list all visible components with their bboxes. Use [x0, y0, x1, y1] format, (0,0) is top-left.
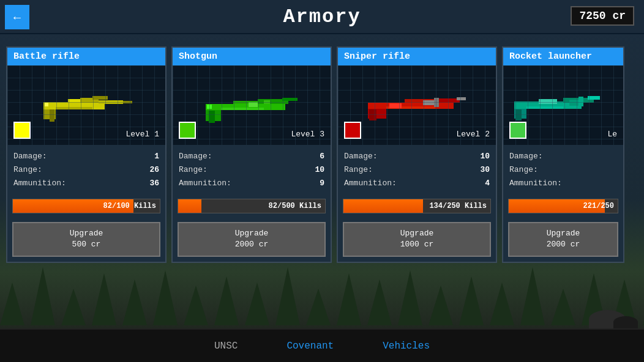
- stat-row-ammo-rk: Ammunition:: [509, 177, 617, 190]
- card-title-sniper-rifle: Sniper rifle: [338, 48, 496, 65]
- svg-rect-29: [434, 98, 439, 107]
- upgrade-button-shotgun[interactable]: Upgrade 2000 cr: [178, 222, 326, 256]
- svg-rect-6: [123, 101, 132, 103]
- svg-rect-33: [514, 109, 526, 119]
- svg-rect-0: [43, 102, 105, 109]
- stat-row-ammo-sg: Ammunition: 9: [179, 177, 324, 190]
- svg-rect-19: [264, 100, 270, 104]
- upgrade-button-sniper[interactable]: Upgrade 1000 cr: [343, 222, 491, 256]
- card-title-shotgun: Shotgun: [173, 48, 331, 65]
- svg-rect-7: [50, 109, 54, 122]
- sniper-rifle-sprite: [362, 81, 472, 130]
- svg-rect-2: [92, 96, 108, 100]
- svg-rect-11: [258, 99, 288, 104]
- currency-display: 7250 cr: [571, 6, 634, 26]
- stats-sniper: Damage: 10 Range: 30 Ammunition: 4: [338, 145, 496, 195]
- upgrade-button-rocket[interactable]: Upgrade 2000 cr: [508, 222, 618, 256]
- weapon-color-swatch-shotgun: [179, 122, 196, 139]
- stat-row-range: Range: 26: [13, 163, 159, 177]
- svg-rect-37: [569, 100, 578, 106]
- shotgun-sprite: [197, 81, 307, 130]
- kill-bar-fill-shotgun: [178, 199, 201, 213]
- svg-rect-22: [457, 97, 466, 100]
- level-label-battle-rifle: Level 1: [125, 130, 159, 139]
- svg-rect-32: [588, 96, 600, 100]
- svg-rect-18: [249, 102, 258, 107]
- stat-row-ammo: Ammunition: 36: [13, 177, 159, 190]
- kill-bar-text-rocket: 221/250: [583, 202, 614, 210]
- kill-bar-rocket: 221/250: [508, 199, 618, 213]
- level-label-rocket: Le: [607, 130, 617, 139]
- svg-rect-13: [206, 110, 221, 121]
- svg-rect-26: [369, 109, 376, 120]
- svg-rect-12: [282, 98, 298, 101]
- stat-row-damage-sn: Damage: 10: [344, 150, 490, 163]
- stat-row-damage-rk: Damage:: [509, 150, 617, 163]
- weapon-card-shotgun: Shotgun Level 3 Damage: 6: [171, 46, 332, 263]
- weapon-image-battle-rifle: Level 1: [7, 65, 165, 145]
- card-title-rocket-launcher: Rocket launcher: [503, 48, 623, 65]
- svg-rect-21: [435, 98, 460, 103]
- header: ← Armory 7250 cr: [0, 0, 644, 34]
- kill-bar-fill-sniper: [343, 199, 423, 213]
- upgrade-button-battle-rifle[interactable]: Upgrade 500 cr: [12, 222, 160, 256]
- svg-rect-10: [206, 104, 285, 110]
- weapon-cards-container: Battle rifle Level 1 Damage: 1: [0, 34, 644, 328]
- svg-rect-4: [56, 107, 92, 109]
- kill-bar-text-sniper: 134/250 Kills: [429, 202, 487, 210]
- page-title: Armory: [283, 6, 361, 28]
- kill-bar-text-battle-rifle: 82/100 Kills: [103, 202, 156, 210]
- kill-bar-sniper: 134/250 Kills: [343, 199, 491, 213]
- back-button[interactable]: ←: [5, 5, 29, 29]
- kill-bar-battle-rifle: 82/100 Kills: [12, 199, 160, 213]
- nav-item-unsc[interactable]: UNSC: [214, 341, 238, 352]
- svg-rect-34: [526, 106, 563, 109]
- battle-rifle-sprite: [31, 81, 141, 130]
- svg-rect-38: [578, 97, 583, 106]
- stat-row-damage: Damage: 1: [13, 150, 159, 163]
- svg-rect-28: [423, 100, 435, 105]
- level-label-shotgun: Level 3: [291, 130, 324, 139]
- weapon-color-swatch-sniper: [344, 122, 361, 139]
- kill-bar-shotgun: 82/500 Kills: [178, 199, 326, 213]
- svg-rect-24: [386, 106, 435, 109]
- svg-rect-36: [539, 99, 557, 104]
- svg-rect-30: [514, 102, 582, 109]
- svg-rect-3: [43, 109, 56, 119]
- stats-rocket: Damage: Range: Ammunition:: [503, 145, 623, 195]
- weapon-image-rocket-launcher: Le: [503, 65, 623, 145]
- weapon-image-shotgun: Level 3: [173, 65, 331, 145]
- nav-item-covenant[interactable]: Covenant: [286, 341, 334, 352]
- svg-rect-16: [209, 111, 215, 123]
- card-title-battle-rifle: Battle rifle: [7, 48, 165, 65]
- svg-rect-20: [368, 103, 454, 109]
- stat-row-range-sn: Range: 30: [344, 163, 490, 177]
- svg-rect-15: [233, 101, 258, 104]
- svg-rect-9: [68, 99, 80, 102]
- stats-shotgun: Damage: 6 Range: 10 Ammunition: 9: [173, 145, 331, 195]
- svg-rect-8: [45, 103, 48, 106]
- kill-bar-text-shotgun: 82/500 Kills: [269, 202, 321, 210]
- stat-row-range-rk: Range:: [509, 163, 617, 177]
- weapon-color-swatch-battle-rifle: [13, 122, 31, 139]
- svg-rect-25: [405, 99, 435, 103]
- stat-row-ammo-sn: Ammunition: 4: [344, 177, 490, 190]
- weapon-image-sniper-rifle: Level 2: [338, 65, 496, 145]
- stats-battle-rifle: Damage: 1 Range: 26 Ammunition: 36: [7, 145, 165, 195]
- weapon-color-swatch-rocket: [509, 122, 526, 139]
- weapon-card-battle-rifle: Battle rifle Level 1 Damage: 1: [6, 46, 167, 263]
- stat-row-damage-sg: Damage: 6: [179, 150, 324, 163]
- bottom-navigation: UNSC Covenant Vehicles: [0, 328, 644, 362]
- svg-rect-27: [389, 103, 402, 108]
- weapon-card-rocket-launcher: Rocket launcher Le Damage:: [502, 46, 624, 263]
- weapon-card-sniper-rifle: Sniper rifle Level 2 Damage: 10: [337, 46, 497, 263]
- svg-rect-14: [221, 108, 264, 110]
- svg-rect-5: [99, 100, 123, 104]
- nav-item-vehicles[interactable]: Vehicles: [383, 341, 430, 352]
- stat-row-range-sg: Range: 10: [179, 163, 324, 177]
- svg-rect-17: [207, 105, 212, 109]
- svg-rect-35: [515, 109, 522, 120]
- level-label-sniper: Level 2: [456, 130, 490, 139]
- svg-rect-31: [563, 98, 594, 103]
- svg-rect-1: [80, 98, 99, 103]
